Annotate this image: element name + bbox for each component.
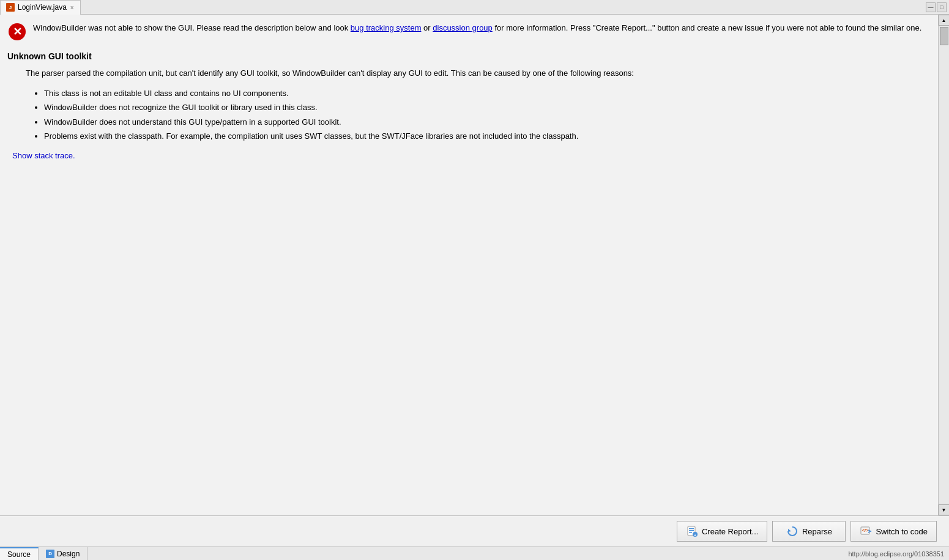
switch-to-code-label: Switch to code bbox=[876, 527, 928, 536]
error-text-before-link1: WindowBuilder was not able to show the G… bbox=[33, 23, 351, 32]
section-description: The parser parsed the compilation unit, … bbox=[26, 67, 937, 80]
status-bar: Source D Design http://blog.eclipse.org/… bbox=[0, 547, 949, 560]
scrollbar-down-arrow[interactable]: ▼ bbox=[939, 504, 950, 515]
reparse-label: Reparse bbox=[802, 527, 832, 536]
scrollbar-up-arrow[interactable]: ▲ bbox=[939, 15, 950, 26]
section-heading: Unknown GUI toolkit bbox=[7, 51, 937, 61]
stack-trace-container: Show stack trace. bbox=[10, 151, 937, 160]
svg-text:</>: </> bbox=[862, 528, 868, 532]
create-report-label: Create Report... bbox=[702, 527, 759, 536]
svg-rect-1 bbox=[689, 528, 694, 529]
java-file-icon: J bbox=[6, 2, 15, 12]
show-stack-trace-link[interactable]: Show stack trace. bbox=[12, 151, 75, 160]
list-item: WindowBuilder does not recognize the GUI… bbox=[44, 101, 937, 114]
design-tab-label: Design bbox=[57, 550, 80, 558]
maximize-button[interactable]: □ bbox=[937, 2, 947, 12]
scrollbar-thumb[interactable] bbox=[940, 27, 948, 45]
svg-text:+: + bbox=[694, 533, 696, 537]
svg-rect-3 bbox=[689, 532, 692, 533]
switch-to-code-icon: </> bbox=[860, 525, 872, 537]
tab-bar: J LoginView.java × — □ bbox=[0, 0, 949, 15]
minimize-button[interactable]: — bbox=[926, 2, 936, 12]
design-tab-icon: D bbox=[46, 550, 54, 558]
scroll-area: ✕ WindowBuilder was not able to show the… bbox=[0, 15, 949, 515]
svg-rect-2 bbox=[689, 530, 694, 531]
switch-to-code-button[interactable]: </> Switch to code bbox=[850, 521, 937, 542]
tab-filename: LoginView.java bbox=[18, 3, 67, 12]
main-content: ✕ WindowBuilder was not able to show the… bbox=[0, 15, 949, 547]
source-tab[interactable]: Source bbox=[0, 547, 39, 560]
error-circle: ✕ bbox=[9, 23, 26, 40]
discussion-group-link[interactable]: discussion group bbox=[433, 23, 493, 32]
error-icon: ✕ bbox=[7, 22, 27, 42]
error-message: WindowBuilder was not able to show the G… bbox=[33, 22, 937, 34]
create-report-icon: + bbox=[686, 525, 698, 537]
svg-marker-6 bbox=[788, 529, 791, 532]
scrollbar-track[interactable]: ▲ ▼ bbox=[938, 15, 949, 515]
button-bar: + Create Report... Reparse </> Switch to… bbox=[0, 515, 949, 547]
tab-close-button[interactable]: × bbox=[69, 4, 75, 12]
design-tab[interactable]: D Design bbox=[39, 547, 87, 560]
error-text-after: for more information. Press "Create Repo… bbox=[493, 23, 921, 32]
source-tab-label: Source bbox=[7, 550, 31, 559]
reparse-button[interactable]: Reparse bbox=[772, 521, 846, 542]
bug-tracking-link[interactable]: bug tracking system bbox=[351, 23, 422, 32]
status-url: http://blog.eclipse.org/01038351 bbox=[848, 550, 949, 558]
list-item: WindowBuilder does not understand this G… bbox=[44, 116, 937, 128]
bullet-list: This class is not an editable UI class a… bbox=[44, 87, 937, 142]
file-tab[interactable]: J LoginView.java × bbox=[0, 0, 81, 15]
error-banner: ✕ WindowBuilder was not able to show the… bbox=[7, 22, 937, 42]
reparse-icon bbox=[786, 525, 798, 537]
error-text-between: or bbox=[421, 23, 433, 32]
list-item: This class is not an editable UI class a… bbox=[44, 87, 937, 100]
window-controls: — □ bbox=[926, 2, 949, 12]
list-item: Problems exist with the classpath. For e… bbox=[44, 130, 937, 142]
create-report-button[interactable]: + Create Report... bbox=[677, 521, 768, 542]
